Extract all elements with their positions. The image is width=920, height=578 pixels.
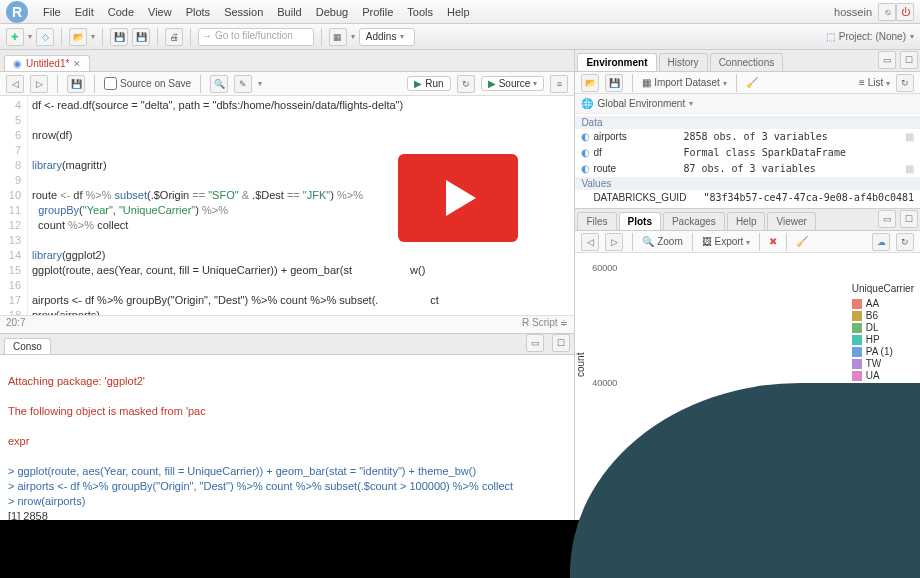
min-icon[interactable]: ▭	[526, 334, 544, 352]
new-file-icon[interactable]: ✚	[6, 28, 24, 46]
open-file-icon[interactable]: 📂	[69, 28, 87, 46]
console[interactable]: Attaching package: 'ggplot2' The followi…	[0, 355, 574, 520]
env-min-icon[interactable]: ▭	[878, 51, 896, 69]
menu-tools[interactable]: Tools	[407, 6, 433, 18]
tab-environment[interactable]: Environment	[577, 53, 656, 71]
console-line: Attaching package: 'ggplot2'	[8, 374, 566, 389]
tab-viewer[interactable]: Viewer	[767, 212, 815, 230]
view-data-icon[interactable]	[911, 145, 914, 161]
legend-item: UA	[852, 370, 914, 381]
plots-min-icon[interactable]: ▭	[878, 210, 896, 228]
source-tabs: ◉ Untitled1* ✕	[0, 50, 574, 72]
env-section-data: Data	[575, 116, 920, 129]
console-output: [1] 2858	[8, 509, 566, 520]
menu-build[interactable]: Build	[277, 6, 301, 18]
outline-icon[interactable]: ≡	[550, 75, 568, 93]
save-env-icon[interactable]: 💾	[605, 74, 623, 92]
main-toolbar: ✚ ▾ ◇ 📂 ▾ 💾 💾 🖨 Go to file/function ▦ ▾ …	[0, 24, 920, 50]
next-plot-icon[interactable]: ▷	[605, 233, 623, 251]
file-tab-label: Untitled1*	[26, 58, 69, 69]
new-project-icon[interactable]: ◇	[36, 28, 54, 46]
clear-plots-icon[interactable]: 🧹	[796, 236, 808, 247]
addins-dropdown[interactable]: Addins▾	[359, 28, 416, 46]
line-gutter: 4 5 6 7 8 9 10 11 12 13 14 15 16 17 18 1…	[0, 96, 28, 315]
view-mode-dropdown[interactable]: ≡ List ▾	[859, 77, 890, 88]
chart-legend: UniqueCarrier AAB6DLHPPA (1)TWUA	[852, 283, 914, 382]
print-icon[interactable]: 🖨	[165, 28, 183, 46]
zoom-button[interactable]: 🔍 Zoom	[642, 236, 682, 247]
view-data-icon[interactable]: ▦	[905, 129, 914, 145]
tab-packages[interactable]: Packages	[663, 212, 725, 230]
clear-env-icon[interactable]: 🧹	[746, 77, 758, 88]
console-line: expr	[8, 434, 566, 449]
save-icon[interactable]: 💾	[110, 28, 128, 46]
max-icon[interactable]: ☐	[552, 334, 570, 352]
menu-file[interactable]: File	[43, 6, 61, 18]
r-env-icon: 🌐	[581, 98, 593, 109]
env-row-guid[interactable]: DATABRICKS_GUID"83f34b57-ce47-47ca-9e08-…	[575, 190, 920, 206]
env-row-df[interactable]: ◐dfFormal class SparkDataFrame	[575, 145, 920, 161]
env-toolbar: 📂 💾 ▦ Import Dataset ▾ 🧹 ≡ List ▾ ↻	[575, 72, 920, 94]
find-icon[interactable]: 🔍	[210, 75, 228, 93]
rerun-icon[interactable]: ↻	[457, 75, 475, 93]
env-scope-selector[interactable]: 🌐 Global Environment ▾	[575, 94, 920, 114]
back-icon[interactable]: ◁	[6, 75, 24, 93]
user-label: hossein	[834, 6, 872, 18]
grid-icon[interactable]: ▦	[329, 28, 347, 46]
wand-icon[interactable]: ✎	[234, 75, 252, 93]
plots-tabs: Files Plots Packages Help Viewer ▭ ☐	[575, 209, 920, 231]
tab-history[interactable]: History	[659, 53, 708, 71]
save-doc-icon[interactable]: 💾	[67, 75, 85, 93]
close-tab-icon[interactable]: ✕	[73, 59, 81, 69]
legend-item: TW	[852, 358, 914, 369]
run-button[interactable]: ▶Run	[407, 76, 450, 91]
env-list: Data ◐airports2858 obs. of 3 variables▦ …	[575, 114, 920, 208]
tab-console[interactable]: Conso	[4, 338, 51, 354]
cursor-position: 20:7	[6, 317, 25, 332]
menu-help[interactable]: Help	[447, 6, 470, 18]
tab-help-panel[interactable]: Help	[727, 212, 766, 230]
prev-plot-icon[interactable]: ◁	[581, 233, 599, 251]
menu-code[interactable]: Code	[108, 6, 134, 18]
goto-file-input[interactable]: Go to file/function	[198, 28, 314, 46]
source-on-save-checkbox[interactable]: Source on Save	[104, 77, 191, 90]
env-row-route[interactable]: ◐route87 obs. of 3 variables▦	[575, 161, 920, 177]
console-line: > ggplot(route, aes(Year, count, fill = …	[8, 464, 566, 479]
export-dropdown[interactable]: 🖼 Export ▾	[702, 236, 750, 247]
env-row-airports[interactable]: ◐airports2858 obs. of 3 variables▦	[575, 129, 920, 145]
env-max-icon[interactable]: ☐	[900, 51, 918, 69]
new-file-dropdown[interactable]: ▾	[28, 32, 32, 41]
legend-item: B6	[852, 310, 914, 321]
project-selector[interactable]: ⬚ Project: (None) ▾	[826, 31, 914, 42]
refresh-plot-icon[interactable]: ↻	[896, 233, 914, 251]
panes-dropdown[interactable]: ▾	[351, 32, 355, 41]
save-all-icon[interactable]: 💾	[132, 28, 150, 46]
source-button[interactable]: ▶Source▾	[481, 76, 545, 91]
tab-plots[interactable]: Plots	[619, 212, 661, 230]
tab-files[interactable]: Files	[577, 212, 616, 230]
signout-icon[interactable]: ⎋	[878, 3, 896, 21]
menu-debug[interactable]: Debug	[316, 6, 348, 18]
refresh-icon[interactable]: ↻	[896, 74, 914, 92]
menu-view[interactable]: View	[148, 6, 172, 18]
publish-icon[interactable]: ☁	[872, 233, 890, 251]
r-logo: R	[6, 1, 28, 23]
menu-session[interactable]: Session	[224, 6, 263, 18]
remove-plot-icon[interactable]: ✖	[769, 236, 777, 247]
file-tab-untitled1[interactable]: ◉ Untitled1* ✕	[4, 55, 90, 71]
recent-dropdown[interactable]: ▾	[91, 32, 95, 41]
import-dataset-dropdown[interactable]: ▦ Import Dataset ▾	[642, 77, 726, 88]
menu-plots[interactable]: Plots	[186, 6, 210, 18]
menubar: R File Edit Code View Plots Session Buil…	[0, 0, 920, 24]
lang-selector[interactable]: R Script ≑	[522, 317, 568, 332]
fwd-icon[interactable]: ▷	[30, 75, 48, 93]
load-icon[interactable]: 📂	[581, 74, 599, 92]
play-button-overlay[interactable]	[398, 154, 518, 242]
menu-profile[interactable]: Profile	[362, 6, 393, 18]
plots-max-icon[interactable]: ☐	[900, 210, 918, 228]
menu-edit[interactable]: Edit	[75, 6, 94, 18]
view-data-icon[interactable]: ▦	[905, 161, 914, 177]
power-icon[interactable]: ⏻	[896, 3, 914, 21]
tab-connections[interactable]: Connections	[710, 53, 784, 71]
legend-item: PA (1)	[852, 346, 914, 357]
